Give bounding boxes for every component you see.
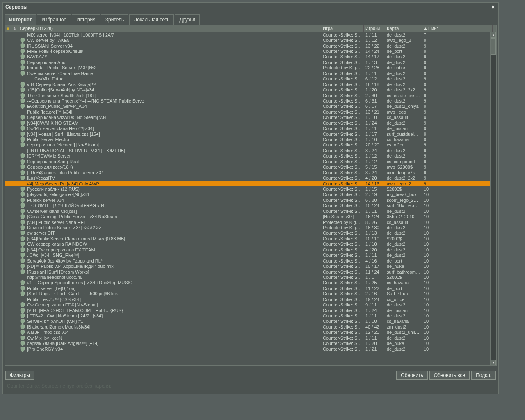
close-icon[interactable]: × [490, 4, 496, 10]
server-row[interactable]: [ER™]CW/Mix ServerCounter-Strike: Source… [5, 153, 496, 159]
server-row[interactable]: KAVKAZ#Counter-Strike: Source14 / 17de_d… [5, 54, 496, 59]
server-row[interactable]: Cw+mix server Clana Live GameCounter-Str… [5, 71, 496, 76]
vac-shield-icon [20, 297, 25, 302]
server-row[interactable]: Public server [Le[G]1on]Counter-Strike: … [5, 285, 496, 291]
server-row[interactable]: Evolution_Public_Server_v.34Counter-Stri… [5, 104, 496, 109]
server-row[interactable]: #1-= Сервер SpecialForses | v 34|+DubSte… [5, 280, 496, 285]
server-row[interactable]: .:CW:. |v34| |SNG_Five™|Counter-Strike: … [5, 253, 496, 258]
server-row[interactable]: war3FT mod css v34Counter-Strike: Source… [5, 330, 496, 335]
server-row[interactable]: cw server D|TCounter-Strike: Source1 / 1… [5, 231, 496, 236]
server-row[interactable]: Сервер клана Ano`Counter-Strike: Source1… [5, 59, 496, 65]
header-servers[interactable]: Серверы (1228) [18, 25, 321, 32]
server-name: SerVeR bY bAnDiT {v34} #1 [27, 319, 83, 324]
server-list[interactable]: MIX server [v34] | 100Tick | 1000FPS | 2… [5, 32, 496, 365]
server-row[interactable]: [v34] Cw сервер клана EX.TEAMCounter-Str… [5, 247, 496, 252]
server-row[interactable]: MIX server [v34] | 100Tick | 1000FPS | 2… [5, 32, 496, 37]
server-row[interactable]: CW сервер клана RAINDOWCounter-Strike: S… [5, 242, 496, 247]
server-row[interactable]: SerVeR bY bAnDiT {v34} #1Counter-Strike:… [5, 319, 496, 324]
header-password-icon[interactable] [5, 25, 11, 32]
server-row[interactable]: [Surf+Rpg]. : : |HoT_GamE| : : .500fps|6… [5, 291, 496, 297]
server-row[interactable]: CW server by TAKE5Counter-Strike: Source… [5, 37, 496, 43]
server-row[interactable]: Diavolo Public Server [v.34] << #2 >>Pro… [5, 225, 496, 230]
server-game: Counter-Strike: Source [321, 98, 364, 103]
server-row[interactable]: Publick server v34Counter-Strike: Source… [5, 197, 496, 203]
server-row[interactable]: сервак клана [Dark Angels™] [+14]Counter… [5, 341, 496, 346]
refresh-all-button[interactable]: Обновить все [429, 371, 470, 380]
server-row[interactable]: | FTS#2 | CW | NoSteam | 24/7 | [v34]Cou… [5, 313, 496, 318]
server-game: Counter-Strike: Source [321, 126, 364, 131]
scroll-thumb[interactable] [491, 38, 496, 55]
scroll-down-icon[interactable]: ▼ [491, 360, 496, 365]
filters-button[interactable]: Фильтры [5, 371, 34, 380]
tab-3[interactable]: Зритель [101, 14, 129, 25]
vac-shield-icon [20, 209, 25, 214]
server-row[interactable]: [V34] |HEADSHOT-TEAM.COM| .:Public:.{RUS… [5, 308, 496, 313]
header-players[interactable]: Игроки [364, 25, 385, 32]
server-row[interactable]: [v34] Новая | Surf | Школа css [15+]Coun… [5, 131, 496, 137]
server-row[interactable]: |Blakers.ru|ZombieMod№3|v34|Counter-Stri… [5, 324, 496, 329]
server-game: Counter-Strike: Source [321, 132, 364, 137]
server-row[interactable]: v34.Сервер Клана [Аль-Каида]™Counter-Str… [5, 82, 496, 87]
header-game[interactable]: Игра [321, 25, 364, 32]
server-row[interactable]: The Clan server StealthRock [18+]Counter… [5, 93, 496, 98]
server-row[interactable]: Public | ek.Zo™ |CSS v34 |Counter-Strike… [5, 297, 496, 302]
vac-shield-icon [20, 291, 25, 296]
server-row[interactable]: [Russian] [Surf] [Dream Works]Counter-St… [5, 269, 496, 274]
server-row[interactable]: FIRE-новый сервер!Спеши!Counter-Strike: … [5, 48, 496, 54]
server-players: 11 / 22 [364, 286, 385, 291]
server-players: 19 / 24 [364, 297, 385, 302]
server-ping: 10 [422, 258, 486, 263]
tab-5[interactable]: Друзья [175, 14, 200, 25]
server-row[interactable]: Русский паблик (12 RUS)Counter-Strike: S… [5, 186, 496, 192]
server-row[interactable]: |Pro.EneRGY|v34Counter-Strike: Source1 /… [5, 346, 496, 352]
connect-button[interactable]: Подкл. [471, 371, 496, 380]
header-map[interactable]: Карта [385, 25, 422, 32]
server-row[interactable]: Сервер клана wIzArDs |No-Steam| v34Count… [5, 115, 496, 120]
server-row[interactable]: [v34]CW/MIX NO STEAMCounter-Strike: Sour… [5, 120, 496, 126]
server-row[interactable]: -=Сервер клана Phoenix™=||=-[NO STEAM] P… [5, 98, 496, 103]
server-row[interactable]: Cw/Mix server clana Hero™[v.34]Counter-S… [5, 126, 496, 131]
server-row[interactable]: ___Cw/Mix_Father___Counter-Strike: Sourc… [5, 76, 496, 82]
server-row[interactable]: #4| MegaSeven.Ru [v.34] Only AWPCounter-… [5, 181, 496, 186]
server-row[interactable]: +15|Online|Serva4ok|by NG#|v34Counter-St… [5, 87, 496, 92]
server-row[interactable]: -=ОЛИМП=- [ЛУЧШИЙ Surf+RPG v34]Counter-S… [5, 203, 496, 208]
server-row[interactable]: [v34] Public server clana HELLProtected … [5, 219, 496, 225]
server-row[interactable]: Cw|Mix_by_keeNCounter-Strike: Source1 / … [5, 335, 496, 340]
server-row[interactable]: [v34]Public Server Clana minusTM size[0.… [5, 236, 496, 241]
header-ping[interactable]: Пинг [422, 25, 486, 32]
server-row[interactable]: Public Server ElectroCounter-Strike: Sou… [5, 137, 496, 142]
server-row[interactable]: Immortal_Public_Server_[V.34]№2Protected… [5, 65, 496, 71]
server-row[interactable]: [ INTERNATIONAL | SERVER | V.34 | ТЮМЕНЬ… [5, 148, 496, 153]
server-row[interactable]: Сервер клана Sang-RealCounter-Strike: So… [5, 159, 496, 164]
tab-0[interactable]: Интернет [5, 14, 36, 25]
server-players: 1 / 24 [364, 308, 385, 313]
server-row[interactable]: сервер клана [element] |No-Steam|Counter… [5, 142, 496, 148]
server-row[interactable]: [playworld]~Minigame~[Nb]v34Counter-Stri… [5, 192, 496, 197]
server-row[interactable]: Cw/server klana Old[css]Counter-Strike: … [5, 208, 496, 214]
vac-shield-icon [20, 253, 25, 258]
server-row[interactable]: Сервер для всех(18+)Counter-Strike: Sour… [5, 164, 496, 170]
server-row[interactable]: Serva4ok без 4itov by Fzppp and RL*Count… [5, 258, 496, 263]
server-row[interactable]: [Gosu-Gaming] Public Server - v34 NoStea… [5, 214, 496, 219]
server-ping: 10 [422, 203, 486, 208]
server-row[interactable]: http://finalheadshot.ucoz.ru/Counter-Str… [5, 274, 496, 280]
server-name: [v34] Public server clana HELL [27, 220, 89, 225]
tab-1[interactable]: Избранное [37, 14, 71, 25]
server-row[interactable]: [.:Re$i$tance:.] clan Public server v.34… [5, 170, 496, 175]
tab-4[interactable]: Локальная сеть [129, 14, 174, 25]
server-map: de_dust2_2x2 [385, 87, 422, 92]
vac-shield-icon [20, 71, 25, 76]
server-ping: 10 [422, 247, 486, 252]
refresh-button[interactable]: Обновить [396, 371, 427, 380]
server-game: Counter-Strike: Source [321, 297, 364, 302]
server-row[interactable]: [xD]™ Publik v34 ХорошиеЛюди * dub mixCo… [5, 263, 496, 269]
header-bot-icon[interactable] [11, 25, 18, 32]
server-name: [ER™]CW/Mix Server [27, 153, 71, 158]
server-row[interactable]: |RUSSIAN| Server v34Counter-Strike: Sour… [5, 43, 496, 48]
server-row[interactable]: |LasVegas|TVCounter-Strike: Source4 / 20… [5, 175, 496, 180]
scroll-up-icon[interactable]: ▲ [491, 32, 496, 38]
server-row[interactable]: Public [Ice.pro]™ |v34|________________C… [5, 109, 496, 114]
server-row[interactable]: Cw Сервер клана FF.# |No-Steam|Counter-S… [5, 302, 496, 307]
scrollbar[interactable]: ▲ ▼ [490, 32, 496, 365]
tab-2[interactable]: История [72, 14, 100, 25]
